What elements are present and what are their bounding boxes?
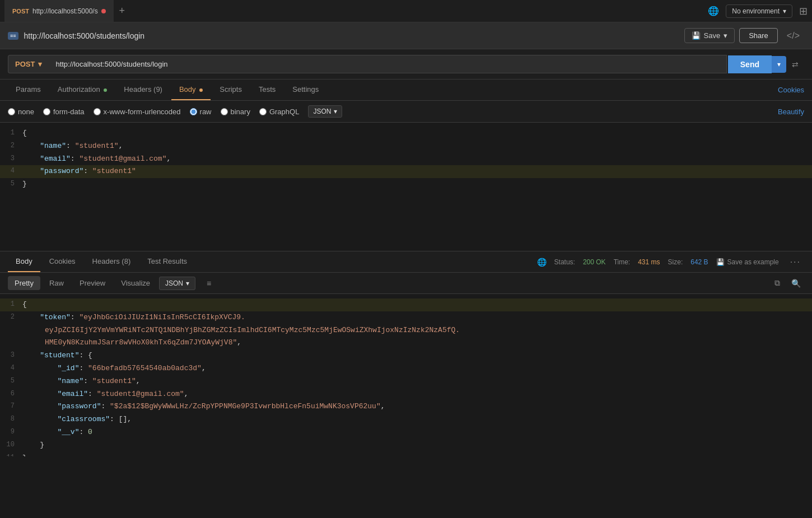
method-selector[interactable]: POST ▾ xyxy=(8,55,49,73)
tab-headers-label: Headers (9) xyxy=(124,85,162,94)
resp-linecontent-8: "classrooms": [], xyxy=(22,414,812,426)
save-label: Save xyxy=(704,31,721,40)
tab-settings[interactable]: Settings xyxy=(284,80,326,100)
save-example-button[interactable]: 💾 Save as example xyxy=(716,258,779,266)
save-button[interactable]: 💾 Save ▾ xyxy=(684,28,735,43)
resp-line-10: 10 } xyxy=(0,439,812,452)
resp-tab-test-results[interactable]: Test Results xyxy=(139,251,195,272)
radio-raw-input[interactable] xyxy=(190,108,197,115)
copy-response-button[interactable]: ⧉ xyxy=(771,276,783,290)
req-line-2: 2 "name": "student1", xyxy=(0,140,812,153)
send-dropdown-button[interactable]: ▾ xyxy=(772,56,786,73)
tab-settings-label: Settings xyxy=(292,85,319,94)
tab-bar: POST http://localhost:5000/s + 🌐 No envi… xyxy=(0,0,812,22)
refresh-button[interactable]: ⇄ xyxy=(786,55,804,73)
tab-tests-label: Tests xyxy=(259,85,276,94)
resp-line-5: 5 "name": "student1", xyxy=(0,375,812,388)
tab-scripts[interactable]: Scripts xyxy=(212,80,250,100)
radio-urlencoded-input[interactable] xyxy=(94,108,101,115)
url-input[interactable] xyxy=(49,55,726,73)
format-raw-button[interactable]: Raw xyxy=(43,276,71,290)
format-visualize-button[interactable]: Visualize xyxy=(114,276,157,290)
radio-binary[interactable]: binary xyxy=(221,108,250,116)
req-linenum-4: 4 xyxy=(0,166,22,176)
radio-form-data[interactable]: form-data xyxy=(43,108,85,116)
resp-tab-headers[interactable]: Headers (8) xyxy=(85,251,139,272)
format-pretty-button[interactable]: Pretty xyxy=(8,276,40,290)
format-pretty-label: Pretty xyxy=(15,279,34,287)
req-line-4: 4 "password": "student1" xyxy=(0,165,812,178)
req-line-3: 3 "email": "student1@gmail.com", xyxy=(0,153,812,166)
req-linecontent-4: "password": "student1" xyxy=(22,166,812,178)
radio-none-label: none xyxy=(18,108,34,116)
tab-params[interactable]: Params xyxy=(8,80,49,100)
tab-authorization-label: Authorization xyxy=(58,85,100,94)
req-linenum-3: 3 xyxy=(0,153,22,164)
body-dot xyxy=(199,88,203,92)
radio-graphql[interactable]: GraphQL xyxy=(259,108,299,116)
active-tab[interactable]: POST http://localhost:5000/s xyxy=(4,0,114,22)
url-bar-actions: 💾 Save ▾ Share </> xyxy=(684,28,804,43)
resp-linecontent-2: "token": "eyJhbGciOiJIUzI1NiIsInR5cCI6Ik… xyxy=(22,312,812,324)
radio-none[interactable]: none xyxy=(8,108,34,116)
resp-linecontent-4: "_id": "66befadb57654540ab0adc3d", xyxy=(22,363,812,375)
resp-line-9: 9 "__v": 0 xyxy=(0,426,812,439)
json-chevron: ▾ xyxy=(334,108,337,115)
code-button[interactable]: </> xyxy=(782,29,804,43)
response-format-row: Pretty Raw Preview Visualize JSON ▾ ≡ ⧉ … xyxy=(0,273,812,294)
radio-form-data-input[interactable] xyxy=(43,108,50,115)
tab-method: POST xyxy=(12,8,29,15)
resp-tab-cookies[interactable]: Cookies xyxy=(41,251,83,272)
request-title-text: http://localhost:5000/students/login xyxy=(24,31,145,40)
resp-linenum-4: 4 xyxy=(0,363,22,374)
cookies-link[interactable]: Cookies xyxy=(778,86,804,94)
resp-linecontent-7: "password": "$2a$12$BgWyWWwLHz/ZcRpYPPNM… xyxy=(22,401,812,413)
format-visualize-label: Visualize xyxy=(121,279,150,287)
env-chevron: ▾ xyxy=(783,7,786,15)
send-chevron-icon: ▾ xyxy=(777,60,781,68)
radio-raw-label: raw xyxy=(200,108,212,116)
environment-selector[interactable]: No environment ▾ xyxy=(726,4,792,18)
resp-line-8: 8 "classrooms": [], xyxy=(0,413,812,426)
layout-icon[interactable]: ⊞ xyxy=(799,5,808,17)
resp-linenum-10: 10 xyxy=(0,440,22,450)
req-line-1: 1 { xyxy=(0,127,812,140)
add-tab-button[interactable]: + xyxy=(114,3,130,20)
format-raw-label: Raw xyxy=(49,279,64,287)
resp-linenum-7: 7 xyxy=(0,401,22,412)
send-button[interactable]: Send xyxy=(728,55,772,73)
radio-raw[interactable]: raw xyxy=(190,108,212,116)
size-value: 642 B xyxy=(690,258,708,266)
tab-bar-right: 🌐 No environment ▾ ⊞ xyxy=(708,4,808,18)
response-json-dropdown[interactable]: JSON ▾ xyxy=(159,277,195,290)
radio-binary-input[interactable] xyxy=(221,108,228,115)
radio-urlencoded[interactable]: x-www-form-urlencoded xyxy=(94,108,181,116)
more-options-button[interactable]: ··· xyxy=(787,255,804,269)
radio-graphql-input[interactable] xyxy=(259,108,267,115)
method-label: POST xyxy=(15,60,35,68)
env-dropdown-icon: 🌐 xyxy=(708,6,719,16)
resp-linecontent-1: { xyxy=(22,299,812,311)
filter-icon-button[interactable]: ≡ xyxy=(202,277,216,290)
resp-linenum-2: 2 xyxy=(0,312,22,323)
resp-tab-body-label: Body xyxy=(16,257,32,265)
tab-authorization[interactable]: Authorization xyxy=(50,80,115,100)
radio-binary-label: binary xyxy=(231,108,250,116)
resp-line-6: 6 "email": "student1@gmail.com", xyxy=(0,388,812,401)
search-response-button[interactable]: 🔍 xyxy=(788,277,804,290)
tab-tests[interactable]: Tests xyxy=(251,80,283,100)
radio-none-input[interactable] xyxy=(8,108,15,115)
resp-tab-cookies-label: Cookies xyxy=(49,257,76,265)
format-preview-button[interactable]: Preview xyxy=(73,276,112,290)
share-button[interactable]: Share xyxy=(739,28,778,43)
resp-tab-body[interactable]: Body xyxy=(8,251,40,272)
tab-body[interactable]: Body xyxy=(171,80,211,100)
resp-line-1: 1 { xyxy=(0,298,812,311)
tab-headers[interactable]: Headers (9) xyxy=(116,80,170,100)
body-type-row: none form-data x-www-form-urlencoded raw… xyxy=(0,101,812,123)
json-type-dropdown[interactable]: JSON ▾ xyxy=(308,105,342,118)
resp-tab-test-results-label: Test Results xyxy=(147,257,187,265)
beautify-button[interactable]: Beautify xyxy=(778,108,804,116)
save-chevron: ▾ xyxy=(724,31,727,40)
request-body-editor[interactable]: 1 { 2 "name": "student1", 3 "email": "st… xyxy=(0,123,812,251)
